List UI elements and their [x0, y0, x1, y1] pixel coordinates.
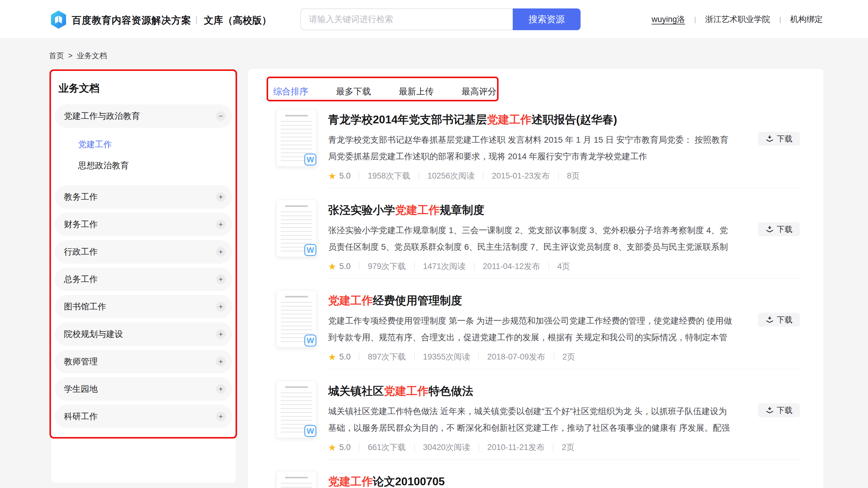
tab-comprehensive-sort[interactable]: 综合排序 [273, 86, 308, 98]
username-link[interactable]: wuying洛 [651, 14, 685, 25]
doc-reads: 19355次阅读 [423, 352, 470, 362]
doc-snippet: 城关镇社区党建工作特色做法 近年来，城关镇党委以创建“五个好”社区党组织为龙 头… [328, 403, 732, 436]
category-sidebar: 业务文档 党建工作与政治教育 − 党建工作 思想政治教育 教务工作 + 财务工作… [51, 69, 236, 483]
doc-snippet: 青龙学校党支部书记赵华春抓基层党建工作述职 发言材料 2015 年 1 月 15… [328, 131, 732, 165]
sidebar-group-caiwu[interactable]: 财务工作 + [55, 213, 232, 236]
doc-rating: 5.0 [339, 352, 351, 362]
highlighted-keyword: 党建工作 [328, 294, 373, 307]
collapse-icon[interactable]: − [216, 111, 226, 121]
result-item: W 城关镇社区党建工作特色做法 城关镇社区党建工作特色做法 近年来，城关镇党委以… [248, 380, 824, 470]
doc-pages: 8页 [567, 171, 580, 181]
doc-downloads: 661次下载 [368, 442, 406, 453]
org-bind-link[interactable]: 机构绑定 [790, 14, 823, 25]
download-icon [766, 406, 774, 415]
tab-highest-rated[interactable]: 最高评分 [461, 86, 496, 98]
doc-publish-date: 2018-07-09发布 [487, 352, 545, 362]
download-button[interactable]: 下载 [758, 222, 800, 236]
result-item: W 党建工作经费使用管理制度 党建工作专项经费使用管理制度 第一条 为进一步规范… [248, 289, 824, 380]
doc-downloads: 1958次下载 [368, 171, 410, 181]
doc-pages: 2页 [562, 442, 575, 453]
doc-reads: 1471次阅读 [423, 261, 466, 272]
expand-icon[interactable]: + [216, 220, 226, 229]
star-icon: ★ [328, 171, 336, 181]
download-button[interactable]: 下载 [758, 132, 800, 146]
doc-thumbnail[interactable]: W [276, 200, 317, 257]
search-group: 搜索资源 [300, 8, 581, 30]
top-header: 百度教育内容资源解决方案 | 文库（高校版） 搜索资源 wuying洛 | 浙江… [0, 0, 868, 39]
sidebar-subgroup: 党建工作 思想政治教育 [55, 134, 232, 176]
doc-title-link[interactable]: 党建工作论文20100705 [328, 474, 732, 488]
expand-icon[interactable]: + [216, 192, 226, 202]
sidebar-group-keyan[interactable]: 科研工作 + [55, 405, 232, 428]
search-input[interactable] [300, 8, 513, 30]
result-item: W 青龙学校2014年党支部书记基层党建工作述职报告(赵华春) 青龙学校党支部书… [248, 109, 824, 199]
tab-newest-upload[interactable]: 最新上传 [399, 86, 434, 98]
download-icon [766, 225, 774, 234]
sidebar-group-party-building[interactable]: 党建工作与政治教育 − [55, 104, 232, 128]
expand-icon[interactable]: + [216, 357, 226, 366]
star-icon: ★ [328, 442, 336, 453]
doc-rating: 5.0 [339, 171, 351, 181]
sort-tabs: 综合排序 最多下载 最新上传 最高评分 [273, 83, 496, 100]
highlighted-keyword: 党建工作 [395, 204, 440, 216]
user-area: wuying洛 | 浙江艺术职业学院 | 机构绑定 [651, 0, 823, 39]
expand-icon[interactable]: + [216, 384, 226, 394]
sidebar-group-zongwu[interactable]: 总务工作 + [55, 268, 232, 291]
doc-downloads: 979次下载 [368, 261, 406, 272]
breadcrumb: 首页 > 业务文档 [49, 51, 107, 61]
doc-reads: 10256次阅读 [428, 171, 475, 181]
expand-icon[interactable]: + [216, 412, 226, 421]
download-button[interactable]: 下载 [758, 313, 800, 327]
highlighted-keyword: 党建工作 [487, 113, 531, 126]
doc-snippet: 党建工作专项经费使用管理制度 第一条 为进一步规范和加强公司党建工作经费的管理，… [328, 312, 732, 346]
highlighted-keyword: 党建工作 [384, 385, 429, 397]
expand-icon[interactable]: + [216, 302, 226, 311]
expand-icon[interactable]: + [216, 274, 226, 284]
doc-thumbnail[interactable]: W [276, 109, 317, 166]
download-button[interactable]: 下载 [758, 403, 800, 417]
user-divider: | [779, 15, 781, 24]
word-doc-badge: W [304, 334, 316, 346]
doc-thumbnail[interactable]: W [276, 380, 317, 438]
doc-thumbnail[interactable]: W [276, 471, 317, 488]
word-doc-badge: W [304, 154, 316, 165]
doc-title-link[interactable]: 青龙学校2014年党支部书记基层党建工作述职报告(赵华春) [328, 112, 732, 127]
sidebar-group-xingzheng[interactable]: 行政工作 + [55, 240, 232, 264]
word-doc-badge: W [304, 244, 316, 256]
brand-product: 文库（高校版） [204, 14, 272, 27]
doc-thumbnail[interactable]: W [276, 290, 317, 347]
breadcrumb-home-link[interactable]: 首页 [49, 51, 64, 61]
expand-icon[interactable]: + [216, 247, 226, 257]
doc-downloads: 897次下载 [368, 352, 406, 362]
word-doc-badge: W [304, 425, 316, 437]
sidebar-group-jiaoshi[interactable]: 教师管理 + [55, 350, 232, 373]
doc-title-link[interactable]: 张泾实验小学党建工作规章制度 [328, 203, 732, 218]
brand-title: 百度教育内容资源解决方案 [72, 14, 191, 27]
result-item: W 党建工作论文20100705 下载 [248, 470, 824, 488]
doc-publish-date: 2011-04-12发布 [483, 261, 540, 272]
user-divider: | [694, 15, 696, 24]
sidebar-title: 业务文档 [55, 82, 232, 95]
sidebar-item-sixiang[interactable]: 思想政治教育 [55, 155, 232, 176]
doc-pages: 2页 [562, 352, 575, 362]
tab-most-downloaded[interactable]: 最多下载 [336, 86, 371, 98]
doc-title-link[interactable]: 城关镇社区党建工作特色做法 [328, 384, 732, 399]
results-panel: 综合排序 最多下载 最新上传 最高评分 W 青龙学校2014年党支部书记基层党建… [248, 69, 824, 488]
download-icon [766, 315, 774, 324]
sidebar-group-tushuguan[interactable]: 图书馆工作 + [55, 295, 232, 318]
doc-snippet: 张泾实验小学党建工作规章制度 1、三会一课制度 2、党支部议事制度 3、党外积极… [328, 222, 732, 255]
doc-publish-date: 2015-01-23发布 [492, 171, 550, 181]
sidebar-item-dangjian[interactable]: 党建工作 [55, 134, 232, 155]
doc-title-link[interactable]: 党建工作经费使用管理制度 [328, 293, 732, 308]
doc-rating: 5.0 [339, 443, 351, 452]
expand-icon[interactable]: + [216, 329, 226, 339]
download-icon [766, 134, 774, 143]
doc-meta: ★ 5.0 661次下载 30420次阅读 2010-11-21发布 2页 [328, 440, 575, 454]
highlighted-keyword: 党建工作 [328, 475, 373, 488]
sidebar-group-xuesheng[interactable]: 学生园地 + [55, 377, 232, 401]
sidebar-group-yuanxiao[interactable]: 院校规划与建设 + [55, 323, 232, 346]
breadcrumb-current: 业务文档 [77, 51, 107, 61]
doc-rating: 5.0 [339, 262, 351, 271]
sidebar-group-jiaowu[interactable]: 教务工作 + [55, 185, 232, 209]
search-button[interactable]: 搜索资源 [513, 8, 581, 30]
